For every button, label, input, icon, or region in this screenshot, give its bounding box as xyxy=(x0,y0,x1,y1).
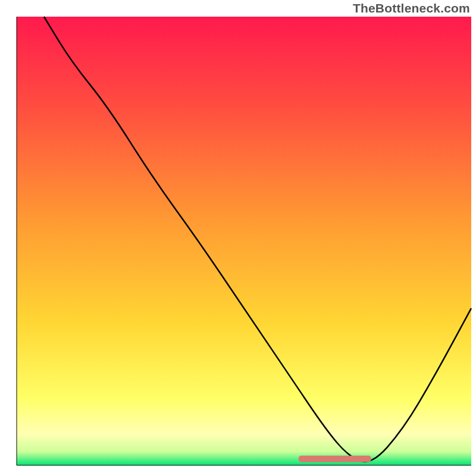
bottleneck-chart xyxy=(0,0,476,476)
optimal-marker xyxy=(299,456,371,462)
plot-background xyxy=(17,17,471,465)
chart-container: TheBottleneck.com xyxy=(0,0,476,476)
watermark-text: TheBottleneck.com xyxy=(353,1,470,15)
